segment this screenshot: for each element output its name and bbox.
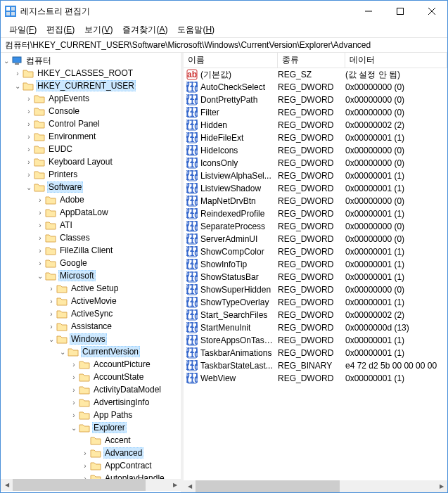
- twisty-icon[interactable]: ›: [25, 158, 33, 166]
- twisty-icon[interactable]: ›: [36, 222, 44, 229]
- twisty-icon[interactable]: ⌄: [58, 348, 67, 356]
- list-row[interactable]: DontPrettyPathREG_DWORD0x00000000 (0): [184, 94, 447, 106]
- tree-item[interactable]: ›Console: [1, 105, 181, 117]
- tree-explorer[interactable]: ⌄Explorer: [1, 421, 181, 434]
- twisty-icon[interactable]: ›: [47, 297, 56, 305]
- menu-view[interactable]: 보기(V): [80, 23, 117, 37]
- tree-microsoft[interactable]: ⌄Microsoft: [1, 269, 181, 282]
- tree-item[interactable]: ›ActiveSync: [1, 307, 181, 320]
- list-body[interactable]: (기본값)REG_SZ(값 설정 안 됨)AutoCheckSelectREG_…: [184, 68, 447, 480]
- twisty-icon[interactable]: ›: [25, 133, 33, 141]
- twisty-icon[interactable]: ›: [70, 399, 78, 406]
- twisty-icon[interactable]: ›: [81, 462, 89, 470]
- twisty-icon[interactable]: ›: [47, 310, 56, 318]
- list-row[interactable]: ServerAdminUIREG_DWORD0x00000000 (0): [184, 233, 447, 245]
- tree-pane[interactable]: ⌄컴퓨터›HKEY_CLASSES_ROOT⌄HKEY_CURRENT_USER…: [1, 53, 181, 492]
- tree-item[interactable]: ›Control Panel: [1, 117, 181, 130]
- twisty-icon[interactable]: ›: [70, 373, 78, 381]
- tree-advanced[interactable]: ›Advanced: [1, 447, 181, 459]
- list-row[interactable]: TaskbarStateLast...REG_BINARYe4 72 d2 5b…: [184, 359, 447, 372]
- twisty-icon[interactable]: ›: [70, 386, 78, 394]
- tree-item[interactable]: ›FileZilla Client: [1, 244, 181, 257]
- list-row[interactable]: ShowSuperHiddenREG_DWORD0x00000000 (0): [184, 283, 447, 296]
- tree-hkcr[interactable]: ›HKEY_CLASSES_ROOT: [1, 67, 181, 79]
- tree-item[interactable]: ›Google: [1, 257, 181, 269]
- twisty-icon[interactable]: ›: [70, 361, 78, 369]
- tree-item[interactable]: ›Printers: [1, 168, 181, 181]
- twisty-icon[interactable]: ⌄: [2, 57, 11, 65]
- list-row[interactable]: HiddenREG_DWORD0x00000002 (2): [184, 119, 447, 132]
- tree-item[interactable]: ›Adobe: [1, 193, 181, 206]
- tree-item[interactable]: ›Active Setup: [1, 282, 181, 295]
- twisty-icon[interactable]: ⌄: [25, 184, 33, 191]
- twisty-icon[interactable]: ›: [47, 323, 56, 331]
- twisty-icon[interactable]: ›: [13, 70, 22, 77]
- tree-item[interactable]: ›AccountState: [1, 371, 181, 383]
- tree-item[interactable]: ›App Paths: [1, 409, 181, 421]
- maximize-button[interactable]: [384, 1, 416, 22]
- tree-item[interactable]: ›AccountPicture: [1, 358, 181, 371]
- twisty-icon[interactable]: ›: [36, 247, 44, 255]
- list-h-scrollbar[interactable]: ◀ ▶: [184, 480, 447, 492]
- tree-hkcu[interactable]: ⌄HKEY_CURRENT_USER: [1, 79, 181, 92]
- list-row[interactable]: ShowInfoTipREG_DWORD0x00000001 (1): [184, 258, 447, 271]
- scroll-left-icon[interactable]: ◀: [1, 479, 13, 491]
- menu-edit[interactable]: 편집(E): [42, 23, 79, 37]
- list-row[interactable]: ReindexedProfileREG_DWORD0x00000001 (1): [184, 207, 447, 220]
- twisty-icon[interactable]: ›: [36, 196, 44, 204]
- tree-item[interactable]: ›AppContract: [1, 459, 181, 472]
- list-row[interactable]: (기본값)REG_SZ(값 설정 안 됨): [184, 68, 447, 81]
- twisty-icon[interactable]: ›: [25, 120, 33, 128]
- tree-item[interactable]: ›ActivityDataModel: [1, 383, 181, 396]
- twisty-icon[interactable]: ›: [36, 209, 44, 217]
- twisty-icon[interactable]: ⌄: [36, 272, 44, 280]
- tree-item[interactable]: ›ActiveMovie: [1, 295, 181, 307]
- twisty-icon[interactable]: ›: [70, 411, 78, 419]
- address-bar[interactable]: 컴퓨터\HKEY_CURRENT_USER\Software\Microsoft…: [1, 37, 447, 53]
- column-header-name[interactable]: 이름: [184, 53, 278, 68]
- list-row[interactable]: ListviewAlphaSel...REG_DWORD0x00000001 (…: [184, 169, 447, 182]
- twisty-icon[interactable]: ⌄: [13, 82, 22, 90]
- scroll-right-icon[interactable]: ▶: [169, 479, 181, 491]
- tree-item[interactable]: ›Classes: [1, 231, 181, 244]
- tree-windows[interactable]: ⌄Windows: [1, 333, 181, 345]
- column-header-data[interactable]: 데이터: [345, 53, 447, 68]
- menu-file[interactable]: 파일(F): [5, 23, 41, 37]
- tree-h-scrollbar[interactable]: ◀ ▶: [1, 479, 181, 491]
- twisty-icon[interactable]: ⌄: [47, 335, 56, 343]
- list-row[interactable]: SeparateProcessREG_DWORD0x00000000 (0): [184, 220, 447, 233]
- list-row[interactable]: ShowCompColorREG_DWORD0x00000001 (1): [184, 245, 447, 258]
- tree-computer[interactable]: ⌄컴퓨터: [1, 54, 181, 67]
- list-row[interactable]: AutoCheckSelectREG_DWORD0x00000000 (0): [184, 81, 447, 94]
- list-row[interactable]: HideFileExtREG_DWORD0x00000001 (1): [184, 132, 447, 144]
- list-row[interactable]: MapNetDrvBtnREG_DWORD0x00000000 (0): [184, 195, 447, 207]
- twisty-icon[interactable]: ›: [25, 108, 33, 115]
- tree-item[interactable]: ›Keyboard Layout: [1, 155, 181, 168]
- tree-item[interactable]: ›Environment: [1, 130, 181, 143]
- twisty-icon[interactable]: ›: [25, 171, 33, 179]
- list-row[interactable]: StoreAppsOnTask...REG_DWORD0x00000001 (1…: [184, 334, 447, 347]
- list-row[interactable]: TaskbarAnimationsREG_DWORD0x00000001 (1): [184, 347, 447, 359]
- twisty-icon[interactable]: ›: [25, 146, 33, 153]
- list-row[interactable]: IconsOnlyREG_DWORD0x00000000 (0): [184, 157, 447, 169]
- twisty-icon[interactable]: ⌄: [70, 424, 78, 432]
- list-row[interactable]: StartMenuInitREG_DWORD0x0000000d (13): [184, 321, 447, 334]
- twisty-icon[interactable]: ›: [47, 285, 56, 293]
- list-row[interactable]: ShowTypeOverlayREG_DWORD0x00000001 (1): [184, 296, 447, 309]
- tree-item[interactable]: ›EUDC: [1, 143, 181, 155]
- tree-item[interactable]: ›ATI: [1, 219, 181, 231]
- twisty-icon[interactable]: ›: [36, 260, 44, 267]
- minimize-button[interactable]: [352, 1, 384, 22]
- list-row[interactable]: Start_SearchFilesREG_DWORD0x00000002 (2): [184, 309, 447, 321]
- close-button[interactable]: [416, 1, 447, 22]
- scroll-right-icon[interactable]: ▶: [435, 480, 447, 492]
- twisty-icon[interactable]: ›: [81, 449, 89, 457]
- tree-item[interactable]: ›AppDataLow: [1, 206, 181, 219]
- column-header-type[interactable]: 종류: [278, 53, 345, 68]
- tree-item[interactable]: ›Assistance: [1, 320, 181, 333]
- tree-item[interactable]: ›AdvertisingInfo: [1, 396, 181, 409]
- list-row[interactable]: ShowStatusBarREG_DWORD0x00000001 (1): [184, 271, 447, 283]
- menu-favorites[interactable]: 즐겨찾기(A): [118, 23, 172, 37]
- list-row[interactable]: ListviewShadowREG_DWORD0x00000001 (1): [184, 182, 447, 195]
- list-row[interactable]: FilterREG_DWORD0x00000000 (0): [184, 106, 447, 119]
